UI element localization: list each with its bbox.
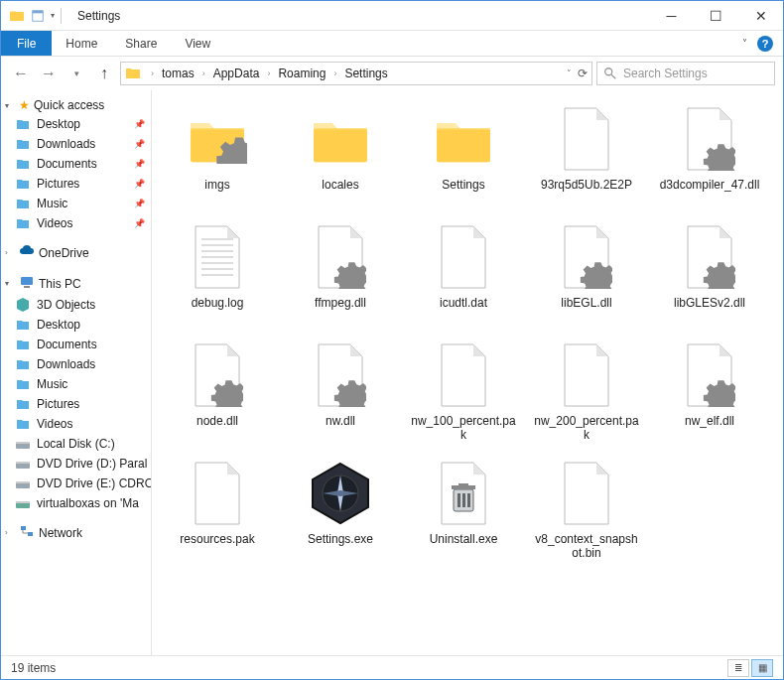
svg-rect-5 [24, 286, 30, 288]
maximize-button[interactable]: ☐ [694, 1, 738, 31]
nav-item-label: Documents [37, 157, 97, 171]
minimize-button[interactable]: ─ [649, 1, 694, 31]
caret-down-icon: ▾ [5, 279, 15, 288]
dll-icon [306, 222, 375, 292]
icons-view-button[interactable]: ▦ [751, 659, 773, 677]
address-bar[interactable]: › tomas › AppData › Roaming › Settings ˅… [120, 62, 592, 85]
divider [61, 8, 62, 24]
chevron-right-icon[interactable]: › [263, 68, 274, 78]
svg-rect-30 [458, 483, 468, 486]
file-tab[interactable]: File [1, 31, 52, 56]
up-button[interactable]: ↑ [92, 62, 116, 85]
file-item[interactable]: nw_100_percent.pak [404, 337, 523, 451]
recent-dropdown[interactable]: ▾ [65, 62, 88, 85]
crumb[interactable]: AppData [211, 67, 262, 80]
nav-item[interactable]: Desktop [1, 315, 151, 335]
svg-point-2 [605, 68, 612, 75]
chevron-right-icon[interactable]: › [147, 68, 158, 78]
pin-icon: 📌 [134, 139, 145, 149]
tab-share[interactable]: Share [111, 31, 171, 56]
network-header[interactable]: › Network [1, 521, 151, 544]
crumb[interactable]: tomas [160, 67, 196, 80]
file-pane[interactable]: imgs locales Settings 93rq5d5Ub.2E2P d3d… [152, 90, 783, 655]
nav-item[interactable]: 3D Objects [1, 295, 151, 315]
address-dropdown-icon[interactable]: ˅ [567, 68, 572, 78]
qat-dropdown-icon[interactable]: ▾ [51, 11, 55, 20]
file-item[interactable]: nw_200_percent.pak [527, 337, 646, 451]
thispc-header[interactable]: ▾ This PC [1, 272, 151, 295]
nav-item-label: Music [37, 197, 67, 210]
back-button[interactable]: ← [9, 62, 33, 85]
file-item[interactable]: icudtl.dat [404, 218, 523, 333]
pin-icon: 📌 [134, 119, 145, 129]
forward-button[interactable]: → [37, 62, 61, 85]
details-view-button[interactable]: ≣ [727, 659, 749, 677]
nav-item[interactable]: DVD Drive (E:) CDRO [1, 474, 151, 493]
search-input[interactable]: Search Settings [596, 62, 775, 85]
ribbon: File Home Share View ˅ ? [1, 31, 783, 57]
close-button[interactable]: ✕ [738, 1, 783, 31]
nav-item-label: virtualboxas on 'Ma [37, 496, 139, 510]
nav-item[interactable]: Desktop 📌 [1, 114, 151, 134]
nav-item[interactable]: Pictures [1, 394, 151, 414]
nav-item[interactable]: Documents [1, 335, 151, 354]
nav-item[interactable]: virtualboxas on 'Ma [1, 493, 151, 513]
nav-item-label: Local Disk (C:) [37, 437, 115, 451]
file-item[interactable]: libGLESv2.dll [650, 218, 769, 333]
file-item[interactable]: locales [281, 100, 400, 214]
file-icon [552, 459, 621, 528]
file-label: v8_context_snapshot.bin [532, 532, 641, 561]
file-item[interactable]: libEGL.dll [527, 218, 646, 333]
svg-rect-7 [16, 442, 30, 444]
file-item[interactable]: v8_context_snapshot.bin [527, 455, 646, 569]
caret-right-icon: › [5, 528, 15, 537]
nav-item[interactable]: Music 📌 [1, 194, 151, 213]
file-label: node.dll [196, 414, 238, 428]
tab-view[interactable]: View [171, 31, 224, 56]
refresh-icon[interactable]: ⟳ [578, 67, 588, 80]
help-icon[interactable]: ? [757, 36, 773, 52]
nav-item-label: Pictures [37, 177, 79, 191]
drive-icon [15, 436, 31, 452]
file-item[interactable]: Uninstall.exe [404, 455, 523, 569]
file-item[interactable]: Settings.exe [281, 455, 400, 569]
nav-item[interactable]: Pictures 📌 [1, 174, 151, 194]
nav-item[interactable]: Downloads 📌 [1, 134, 151, 154]
nav-item[interactable]: DVD Drive (D:) Paral [1, 454, 151, 474]
ribbon-expand-icon[interactable]: ˅ [742, 38, 747, 49]
file-item[interactable]: debug.log [158, 218, 277, 333]
file-item[interactable]: imgs [158, 100, 277, 214]
file-item[interactable]: node.dll [158, 337, 277, 451]
crumb[interactable]: Settings [342, 67, 389, 80]
file-item[interactable]: resources.pak [158, 455, 277, 569]
svg-rect-14 [21, 526, 26, 530]
nav-item[interactable]: Documents 📌 [1, 154, 151, 174]
log-icon [183, 222, 252, 292]
chevron-right-icon[interactable]: › [329, 68, 340, 78]
tab-home[interactable]: Home [52, 31, 111, 56]
file-item[interactable]: nw_elf.dll [650, 337, 769, 451]
nav-item[interactable]: Videos [1, 414, 151, 434]
file-item[interactable]: ffmpeg.dll [281, 218, 400, 333]
chevron-right-icon[interactable]: › [198, 68, 209, 78]
onedrive-header[interactable]: › OneDrive [1, 241, 151, 264]
file-item[interactable]: 93rq5d5Ub.2E2P [527, 100, 646, 214]
pic-icon [15, 396, 31, 412]
file-label: resources.pak [180, 532, 254, 546]
nav-item[interactable]: Videos 📌 [1, 213, 151, 233]
nav-item[interactable]: Music [1, 374, 151, 394]
properties-icon[interactable] [31, 9, 45, 23]
crumb[interactable]: Roaming [276, 67, 327, 80]
nav-item[interactable]: Local Disk (C:) [1, 434, 151, 454]
quick-access-header[interactable]: ▾ ★ Quick access [1, 96, 151, 114]
file-label: Settings [442, 178, 484, 192]
file-item[interactable]: nw.dll [281, 337, 400, 451]
nav-item[interactable]: Downloads [1, 354, 151, 374]
file-item[interactable]: d3dcompiler_47.dll [650, 100, 769, 214]
file-icon [183, 459, 252, 528]
network-icon [19, 523, 35, 542]
file-item[interactable]: Settings [404, 100, 523, 214]
file-label: ffmpeg.dll [315, 296, 366, 310]
folder-icon [9, 8, 25, 24]
dll-icon [675, 222, 744, 292]
